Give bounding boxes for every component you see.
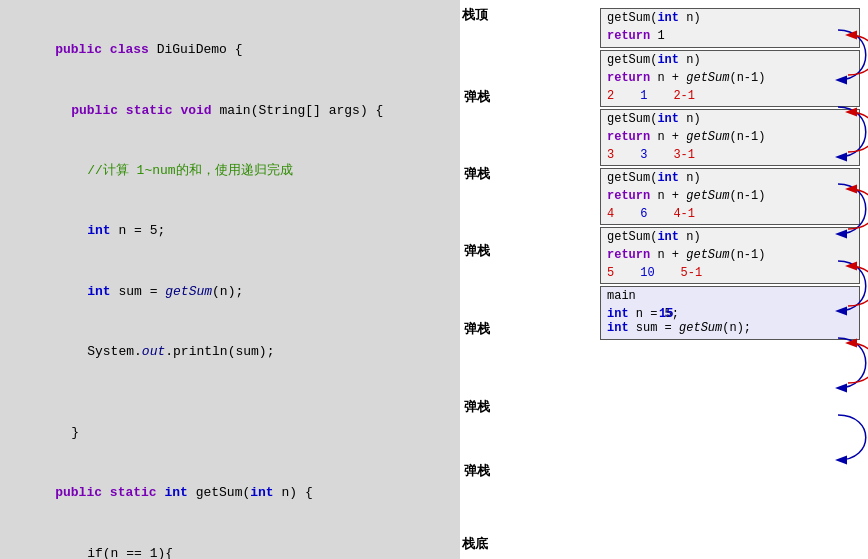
num-expr: 4-1 <box>673 207 695 221</box>
method-name: out <box>142 344 165 359</box>
frame-getsum-3: getSum(int n) return n + getSum(n-1) 3 3… <box>600 109 860 166</box>
frame-body: return 1 <box>601 27 859 47</box>
keyword: public class <box>55 42 156 57</box>
frame-nums: 5 10 5-1 <box>601 266 859 283</box>
frame-nums: 4 6 4-1 <box>601 207 859 224</box>
code-text: n) { <box>281 485 312 500</box>
code-line: public static int getSum(int n) { <box>24 463 436 523</box>
code-text: if(n == 1){ <box>87 546 173 559</box>
code-text: (n); <box>212 284 243 299</box>
pop-label-1: 弹栈 <box>464 88 490 106</box>
frame-main: main int n = 5; int sum = getSum(n); 15 <box>600 286 860 340</box>
num-val: 3 <box>640 148 647 162</box>
frame-title: getSum(int n) <box>601 51 859 69</box>
code-line <box>24 383 436 403</box>
frame-body: return n + getSum(n-1) <box>601 128 859 148</box>
code-line: if(n == 1){ <box>56 524 436 559</box>
keyword-blue: int <box>164 485 195 500</box>
stack-bottom-label: 栈底 <box>462 535 488 553</box>
frame-body: return n + getSum(n-1) <box>601 69 859 89</box>
pop-label-6: 弹栈 <box>464 462 490 480</box>
stack-top-label: 栈顶 <box>462 6 488 24</box>
frame-title: getSum(int n) <box>601 110 859 128</box>
num-expr: 5-1 <box>681 266 703 280</box>
frames-container: getSum(int n) return 1 getSum(int n) ret… <box>600 8 860 551</box>
code-line: } <box>40 403 436 463</box>
code-text: int sum = getSum(n); 15 <box>607 321 853 335</box>
num-val: 1 <box>640 89 647 103</box>
num-val: 6 <box>640 207 647 221</box>
code-line: int n = 5; <box>56 201 436 261</box>
code-line: int sum = getSum(n); <box>56 262 436 322</box>
code-text: DiGuiDemo { <box>157 42 243 57</box>
frame-title: main <box>601 287 859 305</box>
pop-label-4: 弹栈 <box>464 320 490 338</box>
num-n: 5 <box>607 266 614 280</box>
frame-title: getSum(int n) <box>601 9 859 27</box>
frame-nums: 3 3 3-1 <box>601 148 859 165</box>
keyword-blue: int <box>87 223 118 238</box>
code-text: } <box>71 425 79 440</box>
code-line: System.out.println(sum); <box>56 322 436 382</box>
method-name: getSum <box>165 284 212 299</box>
stack-panel: 栈顶 栈底 getSum(int n) return 1 getSum(int … <box>460 0 868 559</box>
frame-body: return n + getSum(n-1) <box>601 246 859 266</box>
code-text: n = 5; <box>118 223 165 238</box>
keyword: public static void <box>71 103 219 118</box>
code-text: getSum( <box>196 485 251 500</box>
code-text: .println(sum); <box>165 344 274 359</box>
num-val: 10 <box>640 266 654 280</box>
frame-title: getSum(int n) <box>601 169 859 187</box>
keyword-blue: int <box>250 485 281 500</box>
code-text: main(String[] args) { <box>219 103 383 118</box>
num-n: 4 <box>607 207 614 221</box>
num-expr: 3-1 <box>673 148 695 162</box>
num-expr: 2-1 <box>673 89 695 103</box>
code-text: System. <box>87 344 142 359</box>
frame-body: return n + getSum(n-1) <box>601 187 859 207</box>
num-n: 3 <box>607 148 614 162</box>
code-text: sum = <box>118 284 165 299</box>
pop-label-5: 弹栈 <box>464 398 490 416</box>
code-panel: public class DiGuiDemo { public static v… <box>0 0 460 559</box>
code-text: int n = 5; <box>607 307 853 321</box>
code-line: public class DiGuiDemo { <box>24 20 436 80</box>
pop-label-2: 弹栈 <box>464 165 490 183</box>
frame-getsum-2: getSum(int n) return n + getSum(n-1) 2 1… <box>600 50 860 107</box>
num-n: 2 <box>607 89 614 103</box>
comment: //计算 1~num的和，使用递归完成 <box>87 163 292 178</box>
keyword: public static <box>55 485 164 500</box>
pop-label-3: 弹栈 <box>464 242 490 260</box>
frame-getsum-5: getSum(int n) return n + getSum(n-1) 5 1… <box>600 227 860 284</box>
frame-title: getSum(int n) <box>601 228 859 246</box>
keyword-blue: int <box>87 284 118 299</box>
frame-nums: 2 1 2-1 <box>601 89 859 106</box>
frame-getsum-1: getSum(int n) return 1 <box>600 8 860 48</box>
frame-body: int n = 5; int sum = getSum(n); 15 <box>601 305 859 339</box>
code-line: public static void main(String[] args) { <box>40 80 436 140</box>
frame-getsum-4: getSum(int n) return n + getSum(n-1) 4 6… <box>600 168 860 225</box>
code-line: //计算 1~num的和，使用递归完成 <box>56 141 436 201</box>
